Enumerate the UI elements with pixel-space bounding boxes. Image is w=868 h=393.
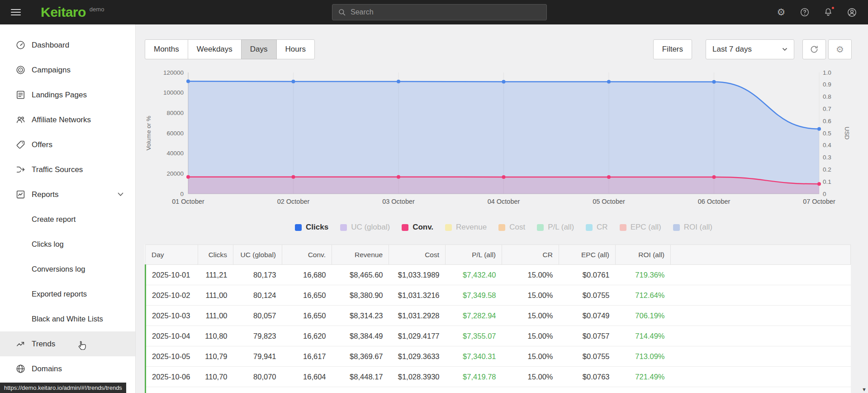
cell-cost: $1,029.3633: [389, 346, 446, 367]
cell-uc: 80,057: [233, 306, 282, 326]
sidebar-item-conversions-log[interactable]: Conversions log: [0, 257, 135, 282]
column-header-revenue[interactable]: Revenue: [332, 245, 389, 265]
cell-uc: 80,070: [233, 367, 282, 387]
date-range-select[interactable]: Last 7 days: [706, 39, 794, 59]
column-header-p-l-all[interactable]: P/L (all): [446, 245, 502, 265]
cell-revenue: $8,448.17: [332, 367, 389, 387]
sidebar-item-create-report[interactable]: Create report: [0, 207, 135, 232]
cell-epc: $0.0756: [559, 387, 616, 393]
affiliate-icon: [15, 115, 26, 125]
sidebar-item-offers[interactable]: Offers: [0, 132, 135, 157]
sidebar-item-landings-pages[interactable]: Landings Pages: [0, 82, 135, 107]
legend-item-epc-all[interactable]: EPC (all): [620, 223, 661, 232]
sidebar-item-label: Trends: [32, 340, 55, 349]
legend-item-cr[interactable]: CR: [586, 223, 608, 232]
trends-table-container: DayClicksUC (global)Conv.RevenueCostP/L …: [145, 244, 851, 393]
svg-text:04 October: 04 October: [488, 198, 520, 205]
legend-item-roi-all[interactable]: ROI (all): [673, 223, 712, 232]
legend-label: P/L (all): [548, 223, 574, 232]
cell-uc: 80,173: [233, 265, 282, 285]
table-row: 2025-10-04110,8079,82316,620$8,384.49$1,…: [146, 326, 851, 346]
legend-item-conv[interactable]: Conv.: [402, 223, 433, 232]
chevron-down-icon: [782, 48, 787, 51]
filters-button[interactable]: Filters: [653, 39, 692, 59]
cell-cr: 15.00%: [502, 387, 559, 393]
search-input[interactable]: [351, 8, 541, 16]
sidebar-item-campaigns[interactable]: Campaigns: [0, 58, 135, 82]
hamburger-menu-icon[interactable]: [11, 9, 21, 15]
settings-gear-icon[interactable]: ⚙: [776, 7, 787, 18]
toolbar: MonthsWeekdaysDaysHours Filters Last 7 d…: [145, 39, 852, 59]
svg-text:120000: 120000: [163, 69, 184, 76]
legend-item-cost[interactable]: Cost: [498, 223, 525, 232]
legend-swatch: [673, 224, 680, 231]
tab-days[interactable]: Days: [241, 39, 277, 59]
trends-chart[interactable]: 02000040000600008000010000012000000.10.2…: [136, 65, 868, 217]
cell-roi: 721.49%: [616, 367, 671, 387]
cell-filler: [671, 326, 851, 346]
sidebar-item-reports[interactable]: Reports: [0, 182, 135, 207]
cell-cost: $1,029.4177: [389, 326, 446, 346]
notifications-bell-icon[interactable]: [823, 7, 834, 18]
tab-weekdays[interactable]: Weekdays: [188, 39, 242, 59]
sidebar-item-exported-reports[interactable]: Exported reports: [0, 282, 135, 307]
svg-text:80000: 80000: [166, 110, 184, 116]
traffic-icon: [15, 164, 26, 175]
column-header-conv[interactable]: Conv.: [282, 245, 332, 265]
svg-text:02 October: 02 October: [277, 198, 310, 205]
cell-pl: $7,282.94: [446, 306, 502, 326]
column-header-roi-all[interactable]: ROI (all): [616, 245, 671, 265]
legend-item-p-l-all[interactable]: P/L (all): [537, 223, 574, 232]
cell-revenue: $8,369.67: [332, 346, 389, 367]
sidebar-item-dashboard[interactable]: Dashboard: [0, 33, 135, 58]
tab-hours[interactable]: Hours: [276, 39, 315, 59]
cell-uc: 80,124: [233, 285, 282, 306]
cell-filler: [671, 285, 851, 306]
column-header-clicks[interactable]: Clicks: [198, 245, 233, 265]
cell-cost: $1,031.3216: [389, 285, 446, 306]
cell-roi: 719.36%: [616, 265, 671, 285]
cell-roi: 714.92%: [616, 387, 671, 393]
svg-text:0.1: 0.1: [823, 178, 831, 185]
sidebar-item-black-and-white-lists[interactable]: Black and White Lists: [0, 307, 135, 331]
svg-text:0.8: 0.8: [823, 93, 831, 100]
svg-text:20000: 20000: [166, 170, 184, 177]
tab-months[interactable]: Months: [145, 39, 188, 59]
search-bar[interactable]: [332, 4, 547, 20]
cell-day: 2025-10-03: [146, 306, 198, 326]
sidebar-item-label: Create report: [32, 215, 76, 224]
sidebar-item-trends[interactable]: Trends: [0, 331, 135, 356]
legend-label: CR: [597, 223, 608, 232]
legend-swatch: [445, 224, 452, 231]
legend-label: Clicks: [306, 223, 328, 232]
sidebar-item-domains[interactable]: Domains: [0, 356, 135, 381]
sidebar-item-label: Exported reports: [32, 290, 87, 298]
legend-item-revenue[interactable]: Revenue: [445, 223, 487, 232]
column-header-day[interactable]: Day: [146, 245, 198, 265]
sidebar-item-clicks-log[interactable]: Clicks log: [0, 232, 135, 257]
sidebar-item-traffic-sources[interactable]: Traffic Sources: [0, 157, 135, 182]
reports-icon: [15, 189, 26, 200]
cell-revenue: $4,846.93: [332, 387, 389, 393]
scrollbar-down-arrow[interactable]: ▼: [862, 387, 867, 392]
cell-clicks: 64,10: [198, 387, 233, 393]
topbar: Keitaro demo ⚙: [0, 0, 868, 24]
svg-text:01 October: 01 October: [172, 198, 204, 205]
gear-icon: ⚙: [836, 44, 844, 55]
legend-item-uc-global[interactable]: UC (global): [340, 223, 390, 232]
column-header-cost[interactable]: Cost: [389, 245, 446, 265]
legend-swatch: [402, 224, 408, 231]
sidebar-item-affiliate-networks[interactable]: Affiliate Networks: [0, 107, 135, 132]
cell-pl: $7,432.40: [446, 265, 502, 285]
refresh-button[interactable]: [802, 39, 826, 59]
svg-text:0.7: 0.7: [823, 105, 831, 112]
svg-text:0.5: 0.5: [823, 130, 831, 137]
help-icon[interactable]: [799, 7, 810, 18]
chart-settings-button[interactable]: ⚙: [828, 39, 852, 59]
column-header-cr[interactable]: CR: [502, 245, 559, 265]
cell-clicks: 111,00: [198, 285, 233, 306]
column-header-epc-all[interactable]: EPC (all): [559, 245, 616, 265]
user-account-icon[interactable]: [846, 7, 857, 18]
legend-item-clicks[interactable]: Clicks: [295, 223, 328, 232]
column-header-uc-global[interactable]: UC (global): [233, 245, 282, 265]
